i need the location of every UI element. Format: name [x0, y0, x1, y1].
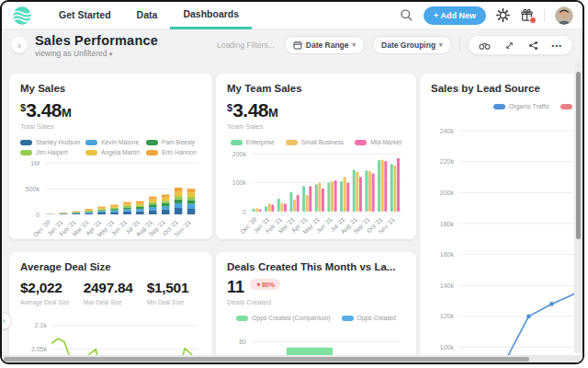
- legend-item[interactable]: Angela Martin: [85, 149, 141, 155]
- dashboard-toolbar-area: Loading Filters... Date Range ▾ Date Gro…: [217, 35, 573, 55]
- dashboard-canvas: My Sales $3.48M Total Sales Stanley Huds…: [2, 61, 582, 362]
- legend-item[interactable]: Enterprise: [231, 139, 275, 145]
- legend-item[interactable]: Small Business: [286, 139, 344, 145]
- legend-chip: [85, 140, 97, 145]
- notification-badge: [529, 17, 537, 24]
- viewing-as-dropdown[interactable]: viewing as Unfiltered ▾: [35, 49, 158, 58]
- stat-label: Min Deal Size: [147, 299, 189, 305]
- legend-label: Small Business: [301, 139, 344, 145]
- legend-label: Kevin Malone: [101, 139, 139, 145]
- my-sales-legend: Stanley HudsonKevin MalonePam BeeslyJim …: [20, 139, 201, 155]
- horizontal-scrollbar-thumb[interactable]: [4, 357, 529, 362]
- lead-source-card: Sales by Lead Source Organic TrafficSoci…: [420, 74, 584, 364]
- legend-item[interactable]: Opps Created (Comparison): [236, 315, 330, 321]
- legend-item[interactable]: Jim Halpert: [20, 149, 80, 155]
- date-range-button[interactable]: Date Range ▾: [284, 36, 365, 54]
- legend-chip: [286, 140, 298, 145]
- deals-legend: Opps Created (Comparison)Opps Created: [227, 315, 405, 321]
- kpi-label: Deals Created: [227, 298, 405, 306]
- app-logo-icon[interactable]: [13, 6, 31, 25]
- legend-label: Stanley Hudson: [36, 139, 80, 145]
- kpi-label: Total Sales: [20, 122, 201, 131]
- team-sales-card: My Team Sales $3.48M Team Sales Enterpri…: [216, 74, 416, 239]
- stat-value: 2497.84: [84, 280, 133, 296]
- legend-label: Organic Traffic: [509, 103, 549, 109]
- kpi-value: $3.48M: [20, 100, 201, 120]
- svg-text:0: 0: [243, 209, 246, 215]
- search-button[interactable]: [400, 8, 413, 22]
- gear-icon: [496, 8, 510, 22]
- stats-row: $2,022 Average Deal Size 2497.84 Max Dea…: [20, 280, 201, 305]
- card-title: Average Deal Size: [20, 261, 201, 272]
- top-nav: Get Started Data Dashboards + Add New: [2, 2, 582, 29]
- legend-chip: [231, 140, 243, 145]
- search-icon: [400, 8, 413, 22]
- app-window: Get Started Data Dashboards + Add New: [0, 0, 584, 364]
- vertical-scrollbar-thumb[interactable]: [576, 72, 581, 239]
- nav-item-get-started[interactable]: Get Started: [46, 2, 124, 29]
- kpi-value: $3.48M: [227, 100, 405, 120]
- fullscreen-icon: [504, 40, 514, 51]
- card-title: Sales by Lead Source: [431, 83, 584, 94]
- stat-max: 2497.84 Max Deal Size: [84, 280, 133, 305]
- whats-new-button[interactable]: [520, 8, 534, 22]
- expand-panel-button[interactable]: ›: [11, 37, 28, 53]
- chevron-down-icon: ▾: [353, 41, 356, 49]
- fullscreen-button[interactable]: [504, 40, 514, 51]
- deals-created-card: Deals Created This Month vs La... 11 ▼80…: [216, 252, 416, 364]
- binoculars-icon: [479, 40, 491, 51]
- kpi-value: 11 ▼80%: [227, 279, 405, 295]
- present-button[interactable]: [479, 40, 491, 51]
- delta-badge: ▼80%: [250, 279, 280, 290]
- kpi-number: 3.48: [232, 99, 268, 121]
- legend-item[interactable]: Stanley Hudson: [20, 139, 80, 145]
- card-title: My Sales: [20, 83, 201, 94]
- legend-item[interactable]: Mid-Market: [355, 139, 401, 145]
- team-sales-chart: 200k100k0Dec '20Jan '21Feb '21Mar '21Apr…: [227, 145, 405, 237]
- kpi-number: 11: [227, 279, 244, 295]
- stat-label: Average Deal Size: [20, 299, 70, 305]
- avg-deal-card: Average Deal Size $2,022 Average Deal Si…: [9, 252, 212, 364]
- calendar-icon: [293, 40, 302, 50]
- svg-text:160k: 160k: [440, 251, 455, 258]
- date-grouping-label: Date Grouping: [381, 40, 435, 50]
- add-new-button[interactable]: + Add New: [424, 6, 486, 25]
- svg-text:220k: 220k: [440, 158, 455, 165]
- lead-source-legend: Organic TrafficSoci: [493, 103, 584, 109]
- stat-label: Max Deal Size: [84, 299, 133, 305]
- my-sales-chart: 1M500k0Dec '20Jan '21Feb '21Mar '21Apr '…: [20, 155, 201, 240]
- svg-text:200k: 200k: [232, 151, 247, 157]
- legend-item[interactable]: Kevin Malone: [85, 139, 141, 145]
- legend-item[interactable]: Organic Traffic: [493, 103, 549, 109]
- svg-text:180k: 180k: [440, 221, 455, 227]
- legend-chip: [146, 150, 158, 155]
- lead-source-chart: 240k220k200k180k160k140k120k100k80k: [431, 121, 584, 364]
- nav-item-dashboards[interactable]: Dashboards: [170, 2, 252, 29]
- kpi-suffix: M: [62, 106, 72, 120]
- legend-chip: [342, 316, 354, 321]
- date-grouping-button[interactable]: Date Grouping ▾: [372, 36, 452, 54]
- share-icon: [528, 40, 538, 51]
- legend-chip: [85, 150, 97, 155]
- user-avatar[interactable]: [555, 6, 573, 25]
- svg-text:2.05k: 2.05k: [31, 346, 48, 352]
- legend-label: Mid-Market: [370, 139, 401, 145]
- svg-text:1M: 1M: [30, 160, 40, 167]
- svg-text:60: 60: [239, 339, 246, 345]
- settings-button[interactable]: [496, 8, 510, 22]
- nav-actions: + Add New: [400, 6, 573, 25]
- legend-chip: [20, 150, 32, 155]
- more-button[interactable]: •••: [552, 41, 562, 50]
- team-sales-legend: EnterpriseSmall BusinessMid-Market: [227, 139, 405, 145]
- share-button[interactable]: [528, 40, 538, 51]
- kpi-suffix: M: [268, 106, 278, 120]
- legend-item[interactable]: Pam Beesly: [146, 139, 201, 145]
- legend-item[interactable]: Erin Hannon: [146, 149, 201, 155]
- date-range-label: Date Range: [306, 40, 349, 50]
- kpi-number: 3.48: [26, 99, 62, 121]
- dashboard-title-block: Sales Performance viewing as Unfiltered …: [35, 33, 158, 58]
- legend-item[interactable]: Opps Created: [342, 315, 396, 321]
- nav-divider: [544, 9, 545, 22]
- nav-item-data[interactable]: Data: [124, 2, 171, 29]
- card-title: Deals Created This Month vs La...: [227, 261, 405, 272]
